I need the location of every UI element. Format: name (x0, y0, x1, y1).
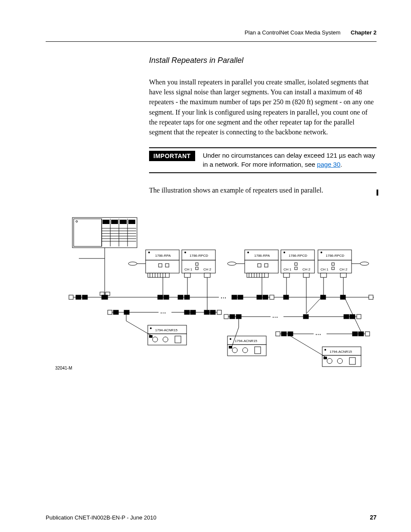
svg-text:CH 2: CH 2 (339, 268, 348, 271)
svg-rect-112 (238, 295, 243, 299)
svg-rect-97 (82, 295, 87, 299)
page-header: Plan a ControlNet Coax Media System Chap… (245, 29, 377, 36)
svg-rect-139 (357, 314, 361, 319)
svg-point-53 (227, 262, 236, 265)
svg-rect-50 (245, 260, 278, 273)
svg-rect-104 (164, 295, 169, 299)
section-title: Install Repeaters in Parallel (149, 56, 377, 65)
svg-rect-166 (255, 347, 261, 354)
svg-rect-8 (111, 220, 118, 224)
svg-rect-175 (349, 358, 355, 364)
adapter-acnr-1: 1794-ACNR15 (126, 321, 187, 345)
svg-rect-121 (113, 310, 118, 314)
svg-text:1786-RPCD: 1786-RPCD (326, 254, 344, 258)
svg-rect-7 (103, 220, 109, 224)
segment-level-2: · · · · · · (108, 310, 361, 327)
svg-rect-44 (204, 273, 210, 277)
svg-rect-127 (210, 310, 215, 314)
repeater-rpcd-3: 1786-RPCD CH 1 CH 2 (318, 250, 369, 295)
svg-rect-110 (270, 295, 274, 299)
svg-text:· · ·: · · · (221, 296, 226, 300)
body-paragraph: When you install repeaters in parallel y… (149, 77, 377, 137)
svg-rect-103 (158, 295, 163, 299)
svg-text:CH 1: CH 1 (184, 268, 193, 271)
important-text-prefix: Under no circumstances can delay exceed … (203, 152, 375, 168)
svg-rect-177 (324, 357, 327, 359)
svg-point-65 (283, 252, 285, 253)
svg-rect-138 (350, 314, 355, 319)
svg-rect-72 (283, 273, 290, 277)
adapter-acnr-2: 1794-ACNR15 (227, 327, 266, 356)
svg-rect-10 (128, 220, 135, 224)
svg-rect-108 (257, 295, 262, 299)
svg-text:1786-RPA: 1786-RPA (254, 254, 270, 258)
svg-text:1786-RPCD: 1786-RPCD (289, 254, 307, 258)
svg-rect-134 (236, 314, 241, 319)
svg-rect-85 (340, 273, 346, 277)
svg-rect-26 (148, 273, 169, 277)
svg-rect-111 (232, 295, 237, 299)
breadcrumb: Plan a ControlNet Coax Media System (245, 29, 341, 36)
svg-rect-137 (344, 314, 349, 319)
change-bar (377, 190, 378, 196)
repeater-rpa-2: 1786-RPA (227, 250, 278, 284)
svg-text:1794-ACNR15: 1794-ACNR15 (235, 339, 258, 343)
svg-point-19 (148, 252, 150, 253)
svg-text:1794-ACNR15: 1794-ACNR15 (330, 350, 352, 354)
adapter-acnr-3: 1794-ACNR15 (290, 336, 361, 367)
header-rule (46, 41, 377, 42)
svg-rect-9 (120, 220, 127, 224)
svg-text:CH 1: CH 1 (321, 268, 329, 271)
svg-rect-125 (190, 310, 196, 314)
svg-rect-146 (352, 332, 358, 336)
svg-text:CH 2: CH 2 (203, 268, 212, 271)
important-label: IMPORTANT (149, 151, 195, 161)
controller-chassis-icon (72, 218, 137, 258)
svg-text:· · ·: · · · (161, 311, 165, 315)
svg-point-161 (230, 338, 231, 340)
svg-rect-115 (340, 295, 346, 299)
svg-rect-106 (178, 295, 183, 299)
network-diagram: 1786-RPA 1786-RPCD CH 1 CH 2 1786-RPA (55, 215, 374, 370)
svg-rect-95 (69, 295, 73, 299)
svg-rect-116 (369, 295, 373, 299)
svg-rect-132 (224, 314, 228, 319)
svg-text:CH 2: CH 2 (302, 268, 311, 271)
svg-rect-143 (276, 332, 280, 336)
chapter-label: Chapter 2 (351, 29, 377, 36)
svg-line-150 (306, 295, 324, 314)
svg-rect-113 (283, 295, 289, 299)
svg-rect-136 (303, 314, 308, 319)
svg-rect-128 (217, 310, 221, 314)
important-text-suffix: . (340, 161, 342, 168)
svg-rect-133 (230, 314, 235, 319)
svg-rect-55 (247, 273, 268, 277)
svg-rect-120 (108, 310, 112, 314)
svg-rect-122 (124, 310, 129, 314)
svg-rect-145 (288, 332, 293, 336)
svg-point-77 (321, 252, 322, 253)
svg-point-24 (128, 262, 137, 265)
main-content: Install Repeaters in Parallel When you i… (149, 56, 377, 205)
svg-rect-96 (76, 295, 81, 299)
svg-rect-1 (74, 219, 102, 246)
svg-rect-148 (365, 332, 370, 336)
important-callout: IMPORTANT Under no circumstances can del… (149, 147, 377, 173)
page-link[interactable]: page 30 (317, 161, 340, 168)
svg-rect-147 (358, 332, 364, 336)
svg-point-152 (150, 327, 152, 329)
svg-line-176 (290, 336, 327, 358)
lead-out-paragraph: The illustration shows an example of rep… (149, 185, 377, 195)
svg-text:CH 1: CH 1 (283, 268, 292, 271)
svg-rect-109 (263, 295, 268, 299)
repeater-rpa-1: 1786-RPA (128, 250, 179, 284)
important-text: Under no circumstances can delay exceed … (203, 151, 377, 169)
svg-text:· · ·: · · · (273, 315, 277, 319)
svg-point-86 (360, 262, 369, 265)
svg-rect-168 (229, 346, 232, 348)
svg-text:1786-RPCD: 1786-RPCD (190, 254, 208, 258)
svg-point-48 (247, 252, 249, 253)
segment-level-3: · · · (276, 295, 370, 336)
svg-rect-43 (184, 273, 190, 277)
svg-rect-73 (303, 273, 309, 277)
